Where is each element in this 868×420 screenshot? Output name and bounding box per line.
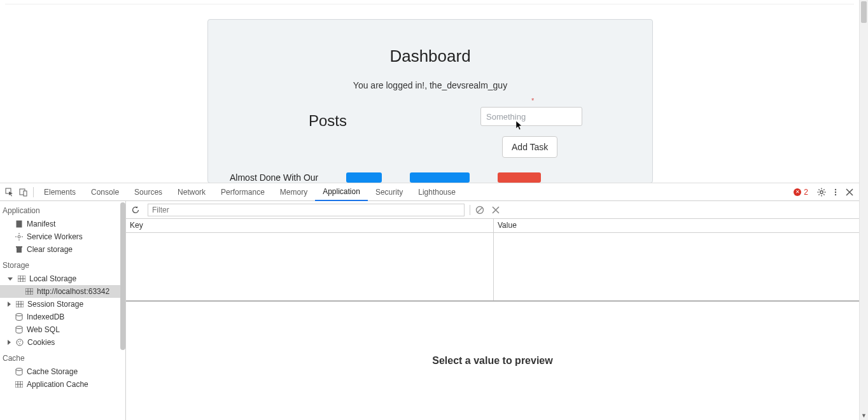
kv-header-key[interactable]: Key xyxy=(126,219,494,232)
webapp-viewport: Dashboard You are logged in!, the_devsre… xyxy=(0,0,859,183)
tab-lighthouse[interactable]: Lighthouse xyxy=(410,183,463,201)
gear-icon xyxy=(15,233,23,241)
settings-gear-icon[interactable] xyxy=(815,185,829,199)
preview-pane: Select a value to preview xyxy=(126,300,859,420)
tab-elements[interactable]: Elements xyxy=(36,183,83,201)
post-delete-button[interactable] xyxy=(498,172,541,183)
devtools-tabstrip: Elements Console Sources Network Perform… xyxy=(0,183,859,201)
database-icon xyxy=(15,313,23,321)
post-list-row: Almost Done With Our xyxy=(230,172,631,183)
kv-key-column xyxy=(126,233,494,300)
svg-point-3 xyxy=(820,190,823,193)
database-icon xyxy=(15,368,23,375)
delete-selected-icon[interactable] xyxy=(492,206,503,214)
chevron-right-icon xyxy=(8,340,11,345)
svg-line-10 xyxy=(823,189,824,190)
trash-icon xyxy=(15,246,23,253)
more-menu-icon[interactable] xyxy=(829,185,843,199)
svg-rect-15 xyxy=(17,221,22,228)
kv-table-body[interactable] xyxy=(126,233,859,300)
svg-rect-2 xyxy=(24,191,27,196)
storage-toolbar xyxy=(126,201,859,219)
refresh-icon[interactable] xyxy=(131,206,143,214)
sidebar-item-manifest[interactable]: Manifest xyxy=(0,218,125,230)
devtools-panel: Elements Console Sources Network Perform… xyxy=(0,183,859,420)
task-form: * Add Task xyxy=(480,97,582,158)
kv-value-column xyxy=(494,233,859,300)
sidebar-item-local-storage-origin[interactable]: http://localhost:63342 xyxy=(0,285,125,298)
svg-point-41 xyxy=(16,368,22,371)
logged-in-text: You are logged in!, the_devsrealm_guy xyxy=(353,80,507,90)
sidebar-item-application-cache[interactable]: Application Cache xyxy=(0,378,125,391)
sidebar-item-local-storage[interactable]: Local Storage xyxy=(0,272,125,285)
tab-application[interactable]: Application xyxy=(315,183,368,201)
sidebar-item-label: Service Workers xyxy=(27,232,83,241)
sidebar-item-label: Cookies xyxy=(27,338,55,347)
chevron-down-icon xyxy=(8,277,13,281)
database-icon xyxy=(15,326,23,333)
scroll-thumb[interactable] xyxy=(861,1,867,23)
clear-all-icon[interactable] xyxy=(475,206,487,214)
devtools-close-icon[interactable] xyxy=(843,185,857,199)
tab-memory[interactable]: Memory xyxy=(272,183,315,201)
svg-point-13 xyxy=(835,191,836,192)
grid-icon xyxy=(25,288,33,295)
scroll-down-icon[interactable]: ▼ xyxy=(860,411,868,420)
tab-network[interactable]: Network xyxy=(170,183,213,201)
svg-rect-21 xyxy=(17,248,22,253)
tab-security[interactable]: Security xyxy=(368,183,410,201)
tabstrip-divider xyxy=(33,187,34,197)
tab-sources[interactable]: Sources xyxy=(127,183,170,201)
grid-icon xyxy=(16,300,24,308)
cookie-icon xyxy=(16,339,24,346)
sidebar-item-label: Session Storage xyxy=(27,300,83,309)
sidebar-item-label: Clear storage xyxy=(27,245,73,254)
sidebar-item-websql[interactable]: Web SQL xyxy=(0,323,125,336)
post-item-text: Almost Done With Our xyxy=(230,172,318,183)
sidebar-item-clear-storage[interactable]: Clear storage xyxy=(0,243,125,256)
svg-point-14 xyxy=(835,193,836,195)
page-title: Dashboard xyxy=(389,46,470,66)
tab-console[interactable]: Console xyxy=(83,183,127,201)
something-input[interactable] xyxy=(480,107,582,126)
error-indicator[interactable]: ✕ 2 xyxy=(794,188,808,197)
tab-performance[interactable]: Performance xyxy=(213,183,272,201)
preview-empty-text: Select a value to preview xyxy=(432,355,552,367)
svg-point-37 xyxy=(17,339,23,346)
chevron-right-icon xyxy=(8,302,11,307)
svg-line-9 xyxy=(823,194,824,195)
post-action-button-1[interactable] xyxy=(346,172,382,183)
posts-heading: Posts xyxy=(309,112,347,130)
post-action-button-2[interactable] xyxy=(410,172,470,183)
kv-table-header: Key Value xyxy=(126,219,859,233)
sidebar-item-cookies[interactable]: Cookies xyxy=(0,336,125,349)
svg-point-39 xyxy=(20,340,21,342)
application-main: Key Value Select a value to preview xyxy=(126,201,859,420)
svg-point-12 xyxy=(835,188,836,190)
grid-icon xyxy=(15,381,23,388)
filter-input[interactable] xyxy=(148,204,465,216)
toolbar-divider xyxy=(470,205,470,215)
window-scrollbar[interactable]: ▲ ▼ xyxy=(859,0,868,420)
device-toolbar-icon[interactable] xyxy=(17,185,31,199)
sidebar-item-indexeddb[interactable]: IndexedDB xyxy=(0,311,125,323)
error-count: 2 xyxy=(804,188,808,197)
svg-point-16 xyxy=(18,235,20,238)
sidebar-item-session-storage[interactable]: Session Storage xyxy=(0,298,125,311)
sidebar-item-cache-storage[interactable]: Cache Storage xyxy=(0,365,125,378)
svg-point-40 xyxy=(19,343,20,344)
sidebar-scrollbar[interactable] xyxy=(120,202,125,350)
svg-point-35 xyxy=(16,314,22,316)
kv-header-value[interactable]: Value xyxy=(494,219,859,232)
sidebar-item-service-workers[interactable]: Service Workers xyxy=(0,230,125,243)
inspect-element-icon[interactable] xyxy=(3,185,17,199)
add-task-button[interactable]: Add Task xyxy=(502,136,557,158)
sidebar-item-label: Manifest xyxy=(27,220,55,228)
devtools-body: Application Manifest Service Workers Cle… xyxy=(0,201,859,420)
sidebar-group-application: Application xyxy=(0,201,125,218)
page-top-rule xyxy=(5,4,854,4)
sidebar-group-cache: Cache xyxy=(0,349,125,365)
sidebar-group-storage: Storage xyxy=(0,256,125,272)
posts-row: Posts * Add Task xyxy=(208,97,652,158)
sidebar-item-label: http://localhost:63342 xyxy=(37,287,109,296)
